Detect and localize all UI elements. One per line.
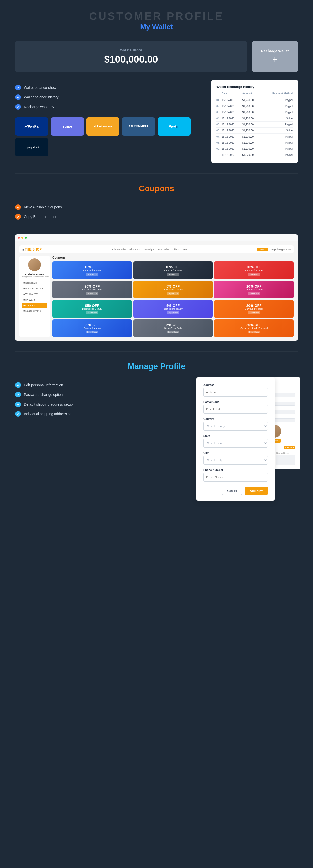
manage-check-2 bbox=[15, 392, 21, 398]
recharge-wallet-button[interactable]: Recharge Wallet + bbox=[252, 41, 298, 72]
row-num: 09. bbox=[217, 146, 222, 152]
manage-feature-3: Default shipping address setup bbox=[15, 402, 189, 407]
stripe-logo: stripe bbox=[51, 117, 84, 135]
city-select[interactable]: Select a city bbox=[203, 456, 268, 465]
main-title: CUSTOMER PROFILE bbox=[0, 10, 313, 22]
paypal-logo: 𝓟 PayPal bbox=[15, 117, 48, 135]
row-amount: $1,230.00 bbox=[243, 116, 260, 122]
sslcommerz-logo: SSLCOMMERZ bbox=[122, 117, 155, 135]
check-icon-2 bbox=[15, 94, 21, 100]
row-method: Paypal bbox=[260, 122, 293, 128]
table-row: 05. 15-12-2020 $1,230.00 Paypal bbox=[217, 122, 293, 128]
coupon-grid-area: Coupons 10% OFF For your first order Cop… bbox=[52, 256, 294, 337]
coupon-label: $50 OFF Best Selling Beauty Copy Code bbox=[82, 304, 102, 314]
manage-feature-text-3: Default shipping address setup bbox=[24, 402, 73, 406]
coupon-feature-1: View Available Coupons bbox=[15, 204, 298, 210]
phone-input[interactable] bbox=[203, 472, 268, 482]
row-date: 15-12-2020 bbox=[222, 103, 243, 110]
wallet-balance-card: Wallet Balance $100,000.00 bbox=[15, 41, 247, 72]
add-new-button[interactable]: Add New bbox=[245, 487, 268, 495]
shop-nav: All Categories All Brands Campaigns Flas… bbox=[112, 248, 187, 251]
row-date: 15-12-2020 bbox=[222, 110, 243, 116]
row-amount: $1,230.00 bbox=[243, 152, 260, 158]
coupon-label: 5% OFF Best selling beauty Copy Code bbox=[163, 304, 183, 314]
postal-label: Postal Code bbox=[203, 400, 268, 403]
coupon-label: 20% OFF Copy with promo Copy Code bbox=[84, 323, 101, 334]
row-date: 15-12-2020 bbox=[222, 140, 243, 146]
row-num: 10. bbox=[217, 152, 222, 158]
dot-green bbox=[25, 237, 27, 239]
city-field: City Select a city bbox=[203, 451, 268, 465]
sidebar-item-coupons[interactable]: ■ Coupons bbox=[22, 303, 47, 308]
wallet-content-row: Wallet balance show Wallet balance histo… bbox=[15, 80, 298, 163]
coupon-label: 20% OFF On your first order Copy Code bbox=[245, 304, 263, 314]
user-email: info@demo.theshoptoms.com bbox=[22, 276, 47, 278]
row-num: 06. bbox=[217, 128, 222, 134]
col-amount: Amount bbox=[243, 92, 260, 97]
wallet-balance-amount: $100,000.00 bbox=[25, 54, 237, 65]
login-link[interactable]: Login / Registration bbox=[271, 248, 291, 251]
check-icon-3 bbox=[15, 104, 21, 110]
row-method: Paypal bbox=[260, 103, 293, 110]
wallet-cards: Wallet Balance $100,000.00 Recharge Wall… bbox=[15, 41, 298, 72]
flutterwave-logo: ✷ Flutterwave bbox=[86, 117, 119, 135]
coupons-title: Coupons bbox=[15, 184, 298, 193]
sidebar-item-dashboard[interactable]: ■ Dashboard bbox=[22, 280, 47, 285]
coupon-layout: Christina Ashens info@demo.theshoptoms.c… bbox=[19, 256, 294, 337]
plus-icon: + bbox=[272, 55, 278, 64]
row-date: 15-12-2020 bbox=[222, 146, 243, 152]
other-address-col: Other address bbox=[276, 452, 295, 465]
coupon-card: 5% OFF Best selling beauty Copy Code bbox=[133, 300, 213, 318]
col-date: Date bbox=[222, 92, 243, 97]
dot-yellow bbox=[21, 237, 23, 239]
row-amount: $1,230.00 bbox=[243, 103, 260, 110]
row-amount: $1,230.00 bbox=[243, 97, 260, 103]
feature-item-1: Wallet balance show bbox=[15, 85, 204, 90]
row-amount: $1,230.00 bbox=[243, 146, 260, 152]
state-select[interactable]: Select a state bbox=[203, 439, 268, 448]
manage-check-4 bbox=[15, 411, 21, 417]
add-new-address-button[interactable]: Add New bbox=[284, 446, 295, 449]
postal-input[interactable] bbox=[203, 405, 268, 414]
state-field: State Select a state bbox=[203, 434, 268, 448]
state-label: State bbox=[203, 434, 268, 437]
manage-feature-1: Edit personal information bbox=[15, 382, 189, 388]
sub-title: My Wallet bbox=[0, 23, 313, 31]
row-date: 15-12-2020 bbox=[222, 134, 243, 140]
coupon-label: 5% OFF Best selling beauty Copy Code bbox=[163, 284, 183, 295]
table-row: 02. 15-12-2020 $1,230.00 Paypal bbox=[217, 103, 293, 110]
coupon-label: 10% OFF For your first order Copy Code bbox=[245, 284, 263, 295]
row-method: Paypal bbox=[260, 134, 293, 140]
preview-bar bbox=[15, 234, 298, 241]
coupon-feature-text-2: Copy Button for code bbox=[24, 215, 57, 219]
row-method: Paypal bbox=[260, 110, 293, 116]
manage-feature-text-2: Password change option bbox=[24, 393, 63, 397]
sidebar-item-wallet[interactable]: ■ My Wallet bbox=[22, 297, 47, 302]
manage-content-row: Edit personal information Password chang… bbox=[15, 377, 298, 501]
cancel-button[interactable]: Cancel bbox=[222, 487, 242, 495]
row-method: Paypal bbox=[260, 152, 293, 158]
coupon-card: $50 OFF Best Selling Beauty Copy Code bbox=[52, 300, 132, 318]
coupon-grid-title: Coupons bbox=[52, 256, 294, 259]
sidebar-item-wishlist[interactable]: ■ Wishlist (30) bbox=[22, 291, 47, 297]
row-num: 01. bbox=[217, 97, 222, 103]
row-method: Paypal bbox=[260, 97, 293, 103]
phone-field: Phone Number bbox=[203, 468, 268, 482]
sidebar-item-profile[interactable]: ■ Manage Profile bbox=[22, 308, 47, 313]
coupon-card: 5% OFF Best selling beauty Copy Code bbox=[133, 281, 213, 299]
address-input[interactable] bbox=[203, 388, 268, 397]
sidebar-item-purchase[interactable]: ■ Purchase History bbox=[22, 286, 47, 291]
table-row: 03. 15-12-2020 $1,230.00 Paypal bbox=[217, 110, 293, 116]
row-amount: $1,230.00 bbox=[243, 140, 260, 146]
country-field: Country Select country bbox=[203, 417, 268, 431]
history-table: Date Amount Payment Method 01. 15-12-202… bbox=[217, 92, 293, 158]
country-select[interactable]: Select country bbox=[203, 422, 268, 431]
table-row: 01. 15-12-2020 $1,230.00 Paypal bbox=[217, 97, 293, 103]
table-row: 07. 15-12-2020 $1,230.00 Paypal bbox=[217, 134, 293, 140]
manage-features: Edit personal information Password chang… bbox=[15, 377, 189, 426]
coupon-label: 20% OFF For your first order Copy Code bbox=[245, 265, 263, 276]
col-num bbox=[217, 92, 222, 97]
row-num: 04. bbox=[217, 116, 222, 122]
coupon-label: 5% OFF Shape Your Body Copy Code bbox=[164, 323, 182, 334]
search-button[interactable]: Search bbox=[257, 248, 268, 251]
